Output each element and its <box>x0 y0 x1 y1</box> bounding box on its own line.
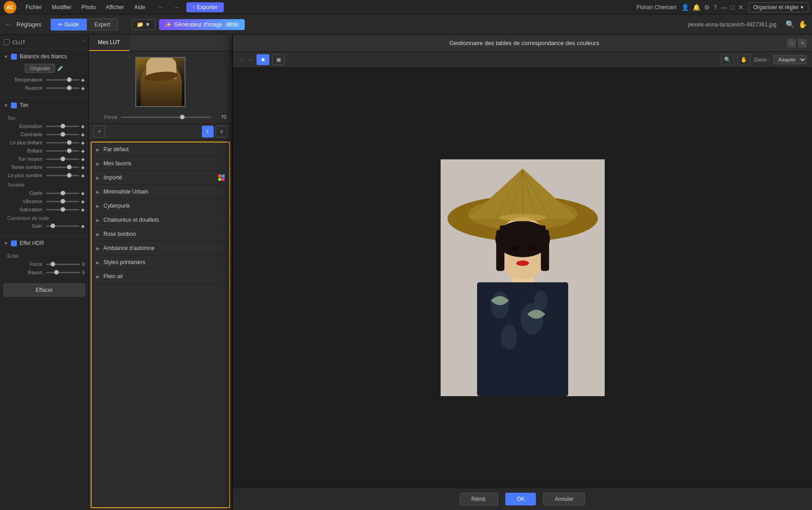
eyedropper-button[interactable]: 💉 <box>57 64 64 73</box>
search-button[interactable]: 🔍 <box>786 20 795 29</box>
top-menu-right: Florian Chemani 👤 🔔 ⚙ ? — □ ✕ Organiser … <box>637 2 808 12</box>
le-plus-sombre-slider[interactable] <box>46 175 79 176</box>
dialog-forward-button[interactable]: → <box>247 56 254 63</box>
generator-icon: ✨ <box>164 21 171 28</box>
lut-item-label: Styles printaniers <box>103 259 145 265</box>
effet-hdr-header[interactable]: ▼ Effet HDR <box>0 238 88 249</box>
lut-list-item[interactable]: ▶Styles printaniers <box>92 255 229 270</box>
lut-list-item[interactable]: ▶Plein air <box>92 270 229 284</box>
ton-chevron: ▼ <box>4 103 8 108</box>
main-dialog: Gestionnaire des tables de correspondanc… <box>232 35 812 510</box>
ton-section-header[interactable]: ▼ Ton <box>0 100 88 111</box>
dialog-close-button[interactable]: ✕ <box>798 39 807 47</box>
back-nav-button[interactable]: ← <box>155 3 167 12</box>
nuance-label: Nuance <box>7 85 46 91</box>
dialog-pan-button[interactable]: ✋ <box>738 54 750 65</box>
chevron-right-icon: ▶ <box>96 232 100 237</box>
clarte-slider[interactable] <box>46 193 79 194</box>
svg-rect-18 <box>477 282 568 396</box>
lut-list-item[interactable]: ▶Importé <box>92 171 229 185</box>
effet-hdr-checkbox[interactable] <box>11 240 17 246</box>
balance-section-header[interactable]: ▼ Balance des blancs <box>0 51 88 62</box>
effet-hdr-chevron: ▼ <box>4 241 8 246</box>
lut-list-item[interactable]: ▶Ambiance d'automne <box>92 241 229 255</box>
clut-checkbox[interactable] <box>4 39 10 45</box>
single-view-button[interactable]: ■ <box>257 54 269 65</box>
tab-mes-lut[interactable]: Mes LUT <box>89 35 129 51</box>
mode-expert-button[interactable]: Expert <box>87 19 118 31</box>
pan-button[interactable]: ✋ <box>798 20 807 29</box>
menu-aide[interactable]: Aide <box>130 2 150 12</box>
exposition-slider[interactable] <box>46 126 79 127</box>
effacer-button[interactable]: Effacer <box>4 284 85 296</box>
beta-badge: BÊTA <box>225 22 239 27</box>
left-panel: CLUT * ▼ Balance des blancs Originale 💉 … <box>0 35 89 510</box>
export-button[interactable]: ↑ Exporter <box>186 2 224 12</box>
zoom-label: Zoom : <box>754 57 770 62</box>
saturation-slider[interactable] <box>46 209 79 210</box>
lut-list-item[interactable]: ▶Minimaliste Urbain <box>92 185 229 199</box>
ton-checkbox[interactable] <box>11 102 17 108</box>
forward-nav-button[interactable]: → <box>171 3 183 12</box>
grid-view-button[interactable]: ⊦ <box>202 126 214 138</box>
lut-list-item[interactable]: ▶Rose bonbon <box>92 227 229 241</box>
annuler-button[interactable]: Annuler <box>543 493 585 505</box>
folder-button[interactable]: 📁 ▼ <box>132 19 155 30</box>
correction-voile-label: Correction de voile <box>0 214 88 222</box>
lut-force-value: 70 <box>215 114 226 120</box>
lut-list-item[interactable]: ▶Par défaut <box>92 143 229 157</box>
mode-buttons: ✏ Guidé Expert <box>51 19 118 31</box>
reinit-button[interactable]: Réinit. <box>460 493 498 505</box>
top-right-icons: 👤 🔔 ⚙ ? — □ ✕ <box>681 4 744 11</box>
menu-afficher[interactable]: Afficher <box>101 2 128 12</box>
dialog-search-button[interactable]: 🔍 <box>721 54 734 65</box>
ton-moyen-slider[interactable] <box>46 158 79 160</box>
originale-button[interactable]: Originale <box>25 64 55 73</box>
temp-marker: ◆ <box>81 77 85 82</box>
split-view-button[interactable]: ▣ <box>272 54 285 65</box>
teinte-sombre-slider[interactable] <box>46 167 79 168</box>
expo-marker: ◆ <box>81 124 85 129</box>
dialog-maximize-button[interactable]: □ <box>787 39 796 47</box>
force-hdr-slider[interactable] <box>46 264 80 265</box>
contraste-slider[interactable] <box>46 134 79 135</box>
temperature-slider[interactable] <box>46 79 79 81</box>
rayon-slider[interactable] <box>46 272 80 273</box>
photo-preview <box>441 159 605 396</box>
add-lut-button[interactable]: + <box>93 126 105 138</box>
ok-button[interactable]: OK <box>505 493 536 505</box>
menu-photo[interactable]: Photo <box>77 2 100 12</box>
clut-row: CLUT * <box>0 37 88 47</box>
lut-list-item[interactable]: ▶Cyberpunk <box>92 199 229 213</box>
vibrance-marker: ◆ <box>81 199 85 204</box>
gain-marker: ◆ <box>81 224 85 229</box>
tm-marker: ◆ <box>81 157 85 162</box>
mode-guide-button[interactable]: ✏ Guidé <box>51 19 87 31</box>
gain-slider[interactable] <box>46 225 79 227</box>
lut-list-item[interactable]: ▶Chaleureux et douillets <box>92 213 229 227</box>
saturation-marker: ◆ <box>81 207 85 212</box>
minimize-icon[interactable]: — <box>720 4 727 11</box>
organize-button[interactable]: Organiser et régler ▾ <box>748 2 808 12</box>
balance-checkbox[interactable] <box>11 54 17 60</box>
panel-back-button[interactable]: ← <box>5 20 12 29</box>
vibrance-slider[interactable] <box>46 201 79 202</box>
brillant-slider[interactable] <box>46 150 79 152</box>
divider-2 <box>0 97 88 98</box>
list-view-button[interactable]: ≡ <box>216 126 227 138</box>
chevron-down-icon: ▾ <box>801 4 803 10</box>
maximize-icon[interactable]: □ <box>730 4 734 11</box>
dialog-back-button[interactable]: ← <box>238 56 245 63</box>
lut-list-item[interactable]: ▶Mes favoris <box>92 157 229 171</box>
lut-force-slider[interactable] <box>121 117 211 118</box>
generator-button[interactable]: ✨ Générateur d'image BÊTA <box>159 19 245 30</box>
lut-item-label: Mes favoris <box>103 160 131 167</box>
le-plus-brillant-row: Le plus brillant ◆ <box>0 138 88 147</box>
close-icon[interactable]: ✕ <box>738 4 744 11</box>
nuance-slider[interactable] <box>46 87 79 89</box>
saturation-label: Saturation <box>7 207 46 212</box>
menu-modifier[interactable]: Modifier <box>47 2 76 12</box>
le-plus-brillant-slider[interactable] <box>46 142 79 143</box>
menu-fichier[interactable]: Fichier <box>21 2 46 12</box>
zoom-select[interactable]: Adapter25%50%75%100%150%200% <box>773 55 807 64</box>
